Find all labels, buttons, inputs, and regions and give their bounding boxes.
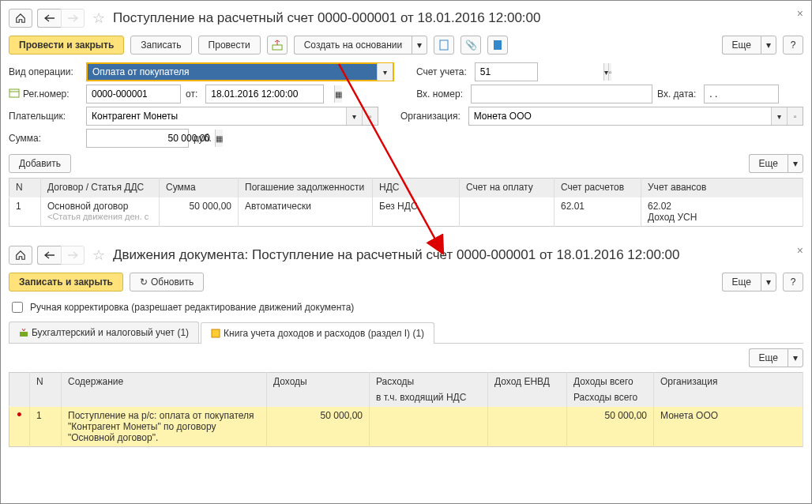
col-repay[interactable]: Погашение задолженности [239, 179, 373, 197]
table-more-button[interactable]: Еще [749, 154, 788, 173]
col-invoice[interactable]: Счет на оплату [460, 179, 554, 197]
cell-org: Монета ООО [654, 407, 803, 447]
payer-open-icon[interactable]: ▫ [362, 107, 378, 125]
col-income[interactable]: Доходы [267, 373, 370, 407]
col-income-total[interactable]: Доходы всего [573, 376, 647, 387]
col-contract[interactable]: Договор / Статья ДДС [41, 179, 160, 197]
back-button[interactable] [37, 246, 61, 265]
cell-adv1: 62.02 [648, 201, 796, 212]
more-dropdown[interactable]: ▾ [761, 273, 776, 291]
svg-rect-4 [20, 332, 28, 337]
col-acc[interactable]: Счет расчетов [554, 179, 641, 197]
table-more-dropdown[interactable]: ▾ [788, 154, 803, 173]
op-type-label: Вид операции: [9, 66, 81, 77]
home-button[interactable] [9, 9, 32, 28]
col-content[interactable]: Содержание [62, 373, 267, 407]
col-adv[interactable]: Учет авансов [641, 179, 803, 197]
cell-invoice [460, 197, 554, 227]
svg-rect-5 [212, 329, 220, 337]
reg-label: Рег.номер: [23, 88, 70, 100]
cell-adv2: Доход УСН [648, 212, 796, 223]
col-envd[interactable]: Доход ЕНВД [488, 373, 567, 407]
help-button[interactable]: ? [783, 273, 803, 291]
in-date-input[interactable] [705, 85, 812, 103]
account-open-icon[interactable]: ▫ [608, 63, 612, 81]
col-sum[interactable]: Сумма [160, 179, 239, 197]
post-and-close-button[interactable]: Провести и закрыть [9, 36, 124, 55]
account-input[interactable] [476, 63, 603, 81]
close-icon[interactable]: × [797, 7, 803, 20]
op-type-dropdown-icon[interactable]: ▾ [377, 63, 393, 81]
op-type-input[interactable] [88, 63, 377, 81]
forward-button[interactable] [61, 246, 85, 265]
movements-button[interactable] [267, 36, 288, 55]
add-row-button[interactable]: Добавить [9, 154, 71, 173]
refresh-icon: ↻ [140, 276, 148, 288]
table2-more-button[interactable]: Еще [749, 348, 788, 367]
col-n[interactable]: N [30, 373, 62, 407]
paperclip-icon[interactable]: 📎 [461, 36, 481, 55]
cell-n: 1 [30, 407, 62, 447]
refresh-button[interactable]: ↻ Обновить [130, 273, 204, 291]
col-n[interactable]: N [9, 179, 41, 197]
more-dropdown[interactable]: ▾ [761, 36, 776, 55]
more-button[interactable]: Еще [722, 273, 761, 291]
table-row[interactable]: • 1 Поступление на р/с: оплата от покупа… [9, 407, 803, 447]
org-input[interactable] [469, 107, 771, 125]
col-expense[interactable]: Расходы [376, 376, 481, 387]
org-label: Организация: [400, 111, 464, 122]
col-expense-sub[interactable]: в т.ч. входящий НДС [376, 387, 481, 403]
calendar-icon[interactable]: ▦ [334, 85, 342, 103]
forward-button[interactable] [61, 9, 85, 28]
in-number-label: Вх. номер: [416, 88, 466, 100]
col-outcome-total[interactable]: Расходы всего [573, 387, 647, 403]
page-title: Поступление на расчетный счет 0000-00000… [113, 10, 541, 26]
home-button[interactable] [9, 246, 32, 265]
org-dropdown-icon[interactable]: ▾ [771, 107, 787, 125]
cell-content: Поступление на р/с: оплата от покупателя… [62, 407, 267, 447]
attach-form-button[interactable] [434, 36, 454, 55]
tab-income-book[interactable]: Книга учета доходов и расходов (раздел I… [201, 322, 434, 344]
payments-table: N Договор / Статья ДДС Сумма Погашение з… [9, 178, 803, 227]
help-button[interactable]: ? [783, 36, 803, 55]
cell-n: 1 [9, 197, 41, 227]
cell-expense [370, 407, 488, 447]
payer-dropdown-icon[interactable]: ▾ [346, 107, 362, 125]
currency-label: руб. [194, 133, 215, 144]
favorite-icon[interactable]: ☆ [89, 246, 108, 264]
cell-repay: Автоматически [239, 197, 373, 227]
org-open-icon[interactable]: ▫ [787, 107, 803, 125]
report-icon[interactable] [487, 36, 508, 55]
save-button[interactable]: Записать [130, 36, 191, 55]
payer-input[interactable] [87, 107, 346, 125]
col-vat[interactable]: НДС [373, 179, 460, 197]
col-org[interactable]: Организация [654, 373, 803, 407]
col-marker[interactable] [9, 373, 30, 407]
svg-rect-2 [494, 40, 502, 50]
sum-calc-icon[interactable]: ▦ [215, 130, 223, 147]
favorite-icon[interactable]: ☆ [89, 9, 108, 27]
in-date-label: Вх. дата: [657, 88, 699, 100]
cell-acc: 62.01 [554, 197, 641, 227]
save-and-close-button[interactable]: Записать и закрыть [9, 273, 123, 291]
from-label: от: [186, 88, 201, 100]
payer-label: Плательщик: [9, 111, 81, 122]
create-based-on-dropdown[interactable]: ▾ [412, 36, 427, 55]
more-button[interactable]: Еще [722, 36, 761, 55]
account-label: Счет учета: [416, 66, 470, 77]
cell-vat: Без НДС [373, 197, 460, 227]
in-number-input[interactable] [472, 85, 652, 103]
svg-rect-3 [9, 89, 19, 97]
cell-income: 50 000,00 [267, 407, 370, 447]
close-icon[interactable]: × [797, 244, 803, 257]
tab-accounting[interactable]: Бухгалтерский и налоговый учет (1) [9, 322, 199, 343]
table-row[interactable]: 1 Основной договор <Статья движения ден.… [9, 197, 803, 227]
create-based-on-button[interactable]: Создать на основании [294, 36, 412, 55]
manual-correction-checkbox[interactable] [12, 302, 23, 313]
date-input[interactable] [206, 85, 334, 103]
table2-more-dropdown[interactable]: ▾ [788, 348, 803, 367]
page-title: Движения документа: Поступление на расче… [113, 247, 680, 263]
post-button[interactable]: Провести [198, 36, 261, 55]
back-button[interactable] [37, 9, 61, 28]
row-marker-icon: • [17, 407, 21, 423]
